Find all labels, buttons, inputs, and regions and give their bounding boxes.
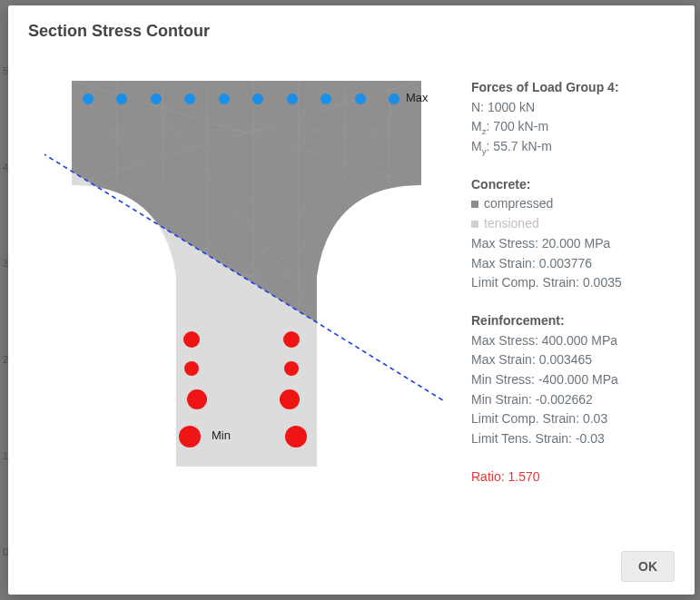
forces-group: Forces of Load Group 4: N: 1000 kN Mz: 7… bbox=[471, 78, 675, 157]
concrete-title: Concrete: bbox=[471, 175, 675, 195]
force-n: N: 1000 kN bbox=[471, 98, 675, 118]
svg-point-33 bbox=[283, 331, 300, 348]
svg-point-23 bbox=[116, 93, 127, 104]
modal-footer: OK bbox=[8, 538, 695, 595]
max-label: Max bbox=[406, 91, 429, 104]
concrete-limit-comp: Limit Comp. Strain: 0.0035 bbox=[471, 273, 675, 293]
reinf-min-stress: Min Stress: -400.000 MPa bbox=[471, 370, 675, 390]
legend-square-compressed-icon bbox=[471, 201, 478, 208]
svg-point-27 bbox=[252, 93, 263, 104]
concrete-group: Concrete: compressed tensioned Max Stres… bbox=[471, 175, 675, 293]
ok-button[interactable]: OK bbox=[621, 551, 675, 582]
reinf-max-strain: Max Strain: 0.003465 bbox=[471, 350, 675, 370]
modal-body: Max Min Forces of Load Group 4: N: 1000 … bbox=[8, 54, 695, 538]
svg-point-37 bbox=[280, 389, 300, 409]
svg-point-29 bbox=[320, 93, 331, 104]
svg-point-28 bbox=[287, 93, 298, 104]
concrete-max-strain: Max Strain: 0.003776 bbox=[471, 254, 675, 274]
reinf-limit-comp: Limit Comp. Strain: 0.03 bbox=[471, 409, 675, 429]
legend-compressed: compressed bbox=[471, 194, 675, 214]
force-mz: Mz: 700 kN-m bbox=[471, 117, 675, 137]
section-diagram: Max Min bbox=[44, 76, 444, 476]
svg-point-36 bbox=[187, 389, 207, 409]
concrete-max-stress: Max Stress: 20.000 MPa bbox=[471, 234, 675, 254]
modal-header: Section Stress Contour bbox=[8, 5, 695, 54]
svg-point-25 bbox=[184, 93, 195, 104]
legend-square-tensioned-icon bbox=[471, 221, 478, 228]
reinf-max-stress: Max Stress: 400.000 MPa bbox=[471, 331, 675, 351]
modal-title: Section Stress Contour bbox=[28, 22, 675, 41]
svg-point-38 bbox=[179, 426, 201, 448]
legend-tensioned: tensioned bbox=[471, 214, 675, 234]
reinforcement-title: Reinforcement: bbox=[471, 311, 675, 331]
svg-point-35 bbox=[284, 361, 299, 376]
reinf-min-strain: Min Strain: -0.002662 bbox=[471, 390, 675, 410]
section-svg: Max Min bbox=[44, 76, 444, 476]
svg-point-34 bbox=[184, 361, 199, 376]
min-label: Min bbox=[212, 428, 231, 442]
svg-point-22 bbox=[83, 93, 94, 104]
svg-point-26 bbox=[219, 93, 230, 104]
reinforcement-group: Reinforcement: Max Stress: 400.000 MPa M… bbox=[471, 311, 675, 449]
reinf-limit-tens: Limit Tens. Strain: -0.03 bbox=[471, 429, 675, 449]
forces-title: Forces of Load Group 4: bbox=[471, 78, 675, 98]
modal-dialog: Section Stress Contour bbox=[8, 5, 695, 595]
svg-point-39 bbox=[285, 426, 307, 448]
ratio-row: Ratio: 1.570 bbox=[471, 467, 675, 487]
info-panel: Forces of Load Group 4: N: 1000 kN Mz: 7… bbox=[471, 76, 675, 529]
svg-point-31 bbox=[389, 93, 399, 104]
svg-point-32 bbox=[183, 331, 200, 348]
svg-point-30 bbox=[355, 93, 366, 104]
force-my: My: 55.7 kN-m bbox=[471, 137, 675, 157]
svg-point-24 bbox=[151, 93, 162, 104]
